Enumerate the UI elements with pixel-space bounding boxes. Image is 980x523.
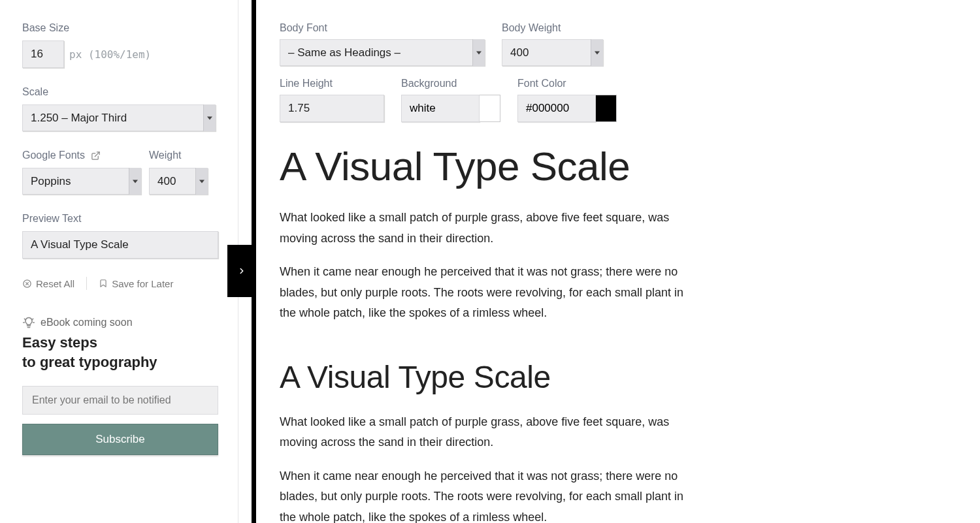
svg-line-7	[32, 319, 33, 319]
font-color-label: Font Color	[517, 78, 617, 89]
svg-line-0	[95, 152, 99, 157]
subscribe-button[interactable]: Subscribe	[22, 424, 218, 455]
preview-text-label: Preview Text	[22, 213, 216, 225]
close-circle-icon	[22, 279, 32, 289]
preview-paragraph: When it came near enough he perceived th…	[280, 466, 698, 524]
font-section: Google Fonts Poppins Weight 400	[22, 150, 216, 195]
chevron-right-icon	[237, 264, 246, 278]
preview-text-section: Preview Text	[22, 213, 216, 259]
reset-all-button[interactable]: Reset All	[22, 278, 74, 289]
bookmark-icon	[99, 278, 108, 289]
reset-all-label: Reset All	[36, 278, 74, 289]
base-size-section: Base Size px (100%/1em)	[22, 22, 216, 68]
action-divider	[86, 277, 87, 290]
preview-paragraph: What looked like a small patch of purple…	[280, 412, 698, 453]
type-preview: A Visual Type Scale What looked like a s…	[280, 143, 954, 523]
preview-panel: Body Font – Same as Headings – Body Weig…	[256, 0, 980, 523]
preview-text-input[interactable]	[22, 231, 218, 259]
background-label: Background	[401, 78, 500, 89]
external-link-icon[interactable]	[91, 151, 101, 161]
preview-controls-row1: Body Font – Same as Headings – Body Weig…	[280, 22, 954, 66]
base-size-hint: px (100%/1em)	[69, 48, 151, 61]
ebook-promo: eBook coming soon Easy steps to great ty…	[22, 316, 216, 455]
scale-select[interactable]: 1.250 – Major Third	[22, 104, 216, 131]
font-color-swatch[interactable]	[596, 95, 617, 122]
base-size-input[interactable]	[22, 40, 64, 68]
preview-heading-2: A Visual Type Scale	[280, 359, 954, 395]
save-for-later-button[interactable]: Save for Later	[99, 278, 173, 289]
base-size-label: Base Size	[22, 22, 216, 34]
settings-sidebar: Base Size px (100%/1em) Scale 1.250 – Ma…	[0, 0, 238, 523]
sidebar-actions: Reset All Save for Later	[22, 277, 216, 290]
google-fonts-label: Google Fonts	[22, 150, 141, 161]
preview-controls-row2: Line Height Background Font Color	[280, 78, 954, 122]
body-font-label: Body Font	[280, 22, 485, 34]
scale-label: Scale	[22, 86, 216, 98]
lightbulb-icon	[22, 316, 35, 329]
weight-label: Weight	[149, 150, 208, 161]
background-color-input[interactable]	[401, 95, 480, 122]
scale-section: Scale 1.250 – Major Third	[22, 86, 216, 131]
line-height-label: Line Height	[280, 78, 384, 89]
save-for-later-label: Save for Later	[112, 278, 173, 289]
body-font-select[interactable]: – Same as Headings –	[280, 39, 485, 66]
preview-paragraph: When it came near enough he perceived th…	[280, 262, 698, 324]
body-weight-select[interactable]: 400	[502, 39, 603, 66]
font-weight-select[interactable]: 400	[149, 168, 208, 195]
body-weight-label: Body Weight	[502, 22, 603, 34]
svg-line-6	[24, 319, 25, 319]
font-family-select[interactable]: Poppins	[22, 168, 141, 195]
line-height-input[interactable]	[280, 95, 384, 122]
ebook-tag-text: eBook coming soon	[41, 317, 133, 328]
preview-heading-1: A Visual Type Scale	[280, 143, 954, 189]
collapse-sidebar-button[interactable]	[227, 245, 256, 297]
background-swatch[interactable]	[480, 95, 500, 122]
promo-heading: Easy steps to great typography	[22, 333, 216, 372]
font-color-input[interactable]	[517, 95, 596, 122]
email-input[interactable]	[22, 386, 218, 415]
preview-paragraph: What looked like a small patch of purple…	[280, 208, 698, 249]
